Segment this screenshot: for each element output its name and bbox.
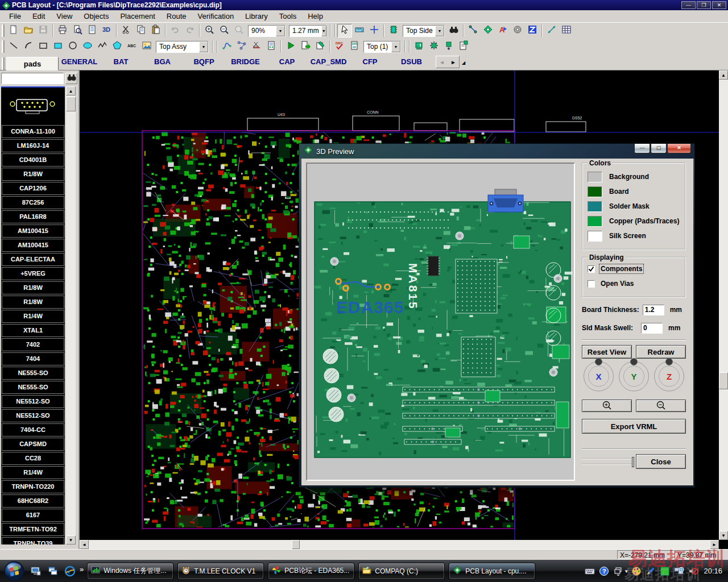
scroll-up-button[interactable]: ▲: [66, 86, 76, 95]
dialog-maximize-button[interactable]: ▢: [651, 144, 667, 153]
restore-window-icon[interactable]: [613, 566, 623, 576]
component-item[interactable]: NE5512-SO: [2, 409, 64, 422]
canvas-scroll-right[interactable]: ►: [710, 540, 719, 549]
taskbar-button[interactable]: PCB Layout - cpu....: [449, 563, 535, 580]
print-preview-button[interactable]: [70, 24, 85, 38]
canvas-scroll-left[interactable]: ◄: [80, 540, 89, 549]
net-list-button[interactable]: [264, 40, 279, 53]
internet-explorer-icon[interactable]: e: [64, 565, 76, 577]
taskbar-button[interactable]: COMPAQ (C:): [358, 563, 445, 580]
color-swatch[interactable]: [588, 186, 602, 197]
text-tool[interactable]: ABC: [125, 40, 139, 53]
component-item[interactable]: XTAL1: [2, 324, 64, 337]
component-item[interactable]: TRNPN-TO39: [2, 537, 64, 544]
pattern-move-button[interactable]: [441, 40, 456, 53]
canvas-vthumb[interactable]: [719, 372, 728, 389]
menu-route[interactable]: Route: [161, 11, 192, 22]
component-item[interactable]: CAP-ELECTAA: [2, 253, 64, 266]
rotation-dial-x[interactable]: X: [582, 357, 615, 395]
measure-button[interactable]: 1: [352, 24, 367, 38]
dialog-minimize-button[interactable]: —: [634, 144, 650, 153]
new-button[interactable]: [6, 24, 21, 38]
zoom-out-button[interactable]: [217, 24, 231, 38]
menu-edit[interactable]: Edit: [27, 11, 51, 22]
tab-overflow-icon[interactable]: ◢: [462, 60, 465, 65]
chevron-down-icon[interactable]: ▼: [321, 26, 326, 36]
menu-view[interactable]: View: [51, 11, 78, 22]
component-item[interactable]: NE555-SO: [2, 381, 64, 394]
component-item[interactable]: TRNPN-TO220: [2, 480, 64, 493]
rotation-dial-z[interactable]: Z: [652, 357, 686, 395]
tab-pads[interactable]: pads: [6, 57, 59, 70]
tab-dsub[interactable]: DSUB: [391, 57, 432, 70]
unroute-button[interactable]: [249, 40, 264, 53]
component-item[interactable]: TRMFETN-TO92: [2, 523, 64, 536]
origin-button[interactable]: [367, 24, 382, 38]
filled-ellipse-tool[interactable]: [80, 40, 95, 53]
component-item[interactable]: +5VREG: [2, 267, 64, 280]
restore-button[interactable]: ❐: [697, 1, 711, 9]
zoom-in-button[interactable]: [202, 24, 217, 38]
component-item[interactable]: 7404: [2, 352, 64, 365]
rotation-dial-y[interactable]: Y: [617, 357, 651, 395]
zoom-out-3d-button[interactable]: [636, 400, 686, 412]
run-autorouter-button[interactable]: [283, 40, 298, 53]
chevron-down-icon[interactable]: ▼: [435, 26, 444, 36]
component-search-input[interactable]: [1, 73, 64, 84]
menu-tools[interactable]: Tools: [274, 11, 302, 22]
undo-button[interactable]: [168, 24, 183, 38]
chevron-down-icon[interactable]: ▼: [199, 41, 208, 52]
component-item[interactable]: CONRA-11-100: [2, 125, 64, 138]
grid-combo[interactable]: 1.27 mm▼: [289, 25, 326, 37]
paste-button[interactable]: [148, 24, 163, 38]
minimize-button[interactable]: —: [681, 1, 696, 9]
tab-bat[interactable]: BAT: [100, 57, 142, 70]
signal-layer-combo[interactable]: Top (1)▼: [363, 41, 401, 53]
rectangle-tool[interactable]: [36, 40, 51, 53]
help-icon[interactable]: ?: [599, 566, 609, 576]
picture-tool[interactable]: [139, 40, 154, 53]
component-item[interactable]: CAP1206: [2, 182, 64, 195]
volume-muted-icon[interactable]: [688, 566, 698, 576]
preview-3d-button[interactable]: 3D: [100, 24, 114, 38]
show-desktop-icon[interactable]: [30, 565, 42, 577]
grid-button[interactable]: [559, 24, 574, 38]
zoom-in-3d-button[interactable]: [582, 400, 632, 412]
tab-bga[interactable]: BGA: [142, 57, 183, 70]
component-item[interactable]: R1/4W: [2, 310, 64, 323]
standalone-via-button[interactable]: [510, 24, 525, 38]
color-swatch[interactable]: [588, 231, 602, 242]
window-switcher-icon[interactable]: [47, 565, 59, 577]
drc-button[interactable]: DRC: [332, 40, 347, 53]
palette-icon[interactable]: [631, 566, 642, 576]
component-item[interactable]: LM160J-14: [2, 139, 64, 152]
component-item[interactable]: R1/8W: [2, 168, 64, 181]
components-checkbox[interactable]: [588, 265, 595, 273]
save-button[interactable]: [36, 24, 51, 38]
circle-tool[interactable]: [65, 40, 80, 53]
polygon-tool[interactable]: [110, 40, 125, 53]
tab-scroll-right-button[interactable]: ►: [448, 56, 459, 68]
component-item[interactable]: 68HC68R2: [2, 494, 64, 508]
green-square-icon[interactable]: [660, 566, 670, 576]
dialog-close-button[interactable]: ✕: [667, 144, 691, 153]
menu-library[interactable]: Library: [239, 11, 274, 22]
manual-route-button[interactable]: [220, 40, 234, 53]
reset-view-button[interactable]: Reset View: [582, 345, 632, 359]
print-button[interactable]: [55, 24, 70, 38]
side-combo[interactable]: Top Side▼: [403, 25, 445, 37]
scroll-down-button[interactable]: ▼: [66, 535, 76, 544]
zoom-slider-handle[interactable]: [632, 457, 634, 467]
tab-cfp[interactable]: CFP: [349, 57, 391, 70]
zoom-slider[interactable]: [582, 458, 633, 465]
component-item[interactable]: 7402: [2, 338, 64, 351]
drc-report-button[interactable]: DRC: [347, 40, 362, 53]
component-item[interactable]: 6167: [2, 509, 64, 522]
3d-viewport[interactable]: EDA365MA815: [306, 163, 575, 481]
tray-expand-chevron[interactable]: ▾: [625, 568, 628, 574]
component-item[interactable]: AM100415: [2, 225, 64, 238]
tab-general[interactable]: GENERAL: [59, 57, 100, 70]
arc-tool[interactable]: [21, 40, 36, 53]
component-item[interactable]: PAL16R8: [2, 210, 64, 223]
board-thickness-input[interactable]: [643, 305, 664, 315]
